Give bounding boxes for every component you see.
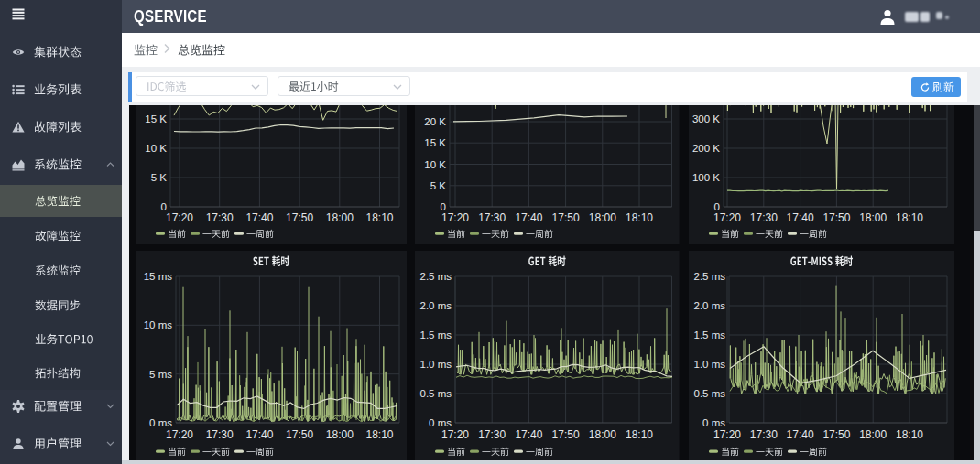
svg-text:10 ms: 10 ms [143,319,172,330]
svg-text:2.0 ms: 2.0 ms [693,300,725,311]
svg-text:0.5 ms: 0.5 ms [693,388,725,399]
svg-text:2.5 ms: 2.5 ms [419,271,452,282]
svg-text:18:00: 18:00 [859,211,887,224]
svg-text:10 K: 10 K [424,159,446,170]
svg-text:17:30: 17:30 [750,211,778,224]
svg-text:18:10: 18:10 [365,428,393,441]
svg-text:5 K: 5 K [150,172,167,183]
svg-text:2.0 ms: 2.0 ms [419,300,452,311]
svg-text:5 ms: 5 ms [149,369,172,380]
svg-text:1.0 ms: 1.0 ms [419,359,452,370]
svg-text:1.0 ms: 1.0 ms [693,359,725,370]
svg-text:17:40: 17:40 [787,211,814,224]
svg-text:17:50: 17:50 [822,211,850,224]
svg-text:17:40: 17:40 [515,211,542,224]
svg-text:18:00: 18:00 [325,428,353,441]
svg-text:18:10: 18:10 [896,211,923,224]
svg-text:18:10: 18:10 [626,428,653,441]
svg-text:17:30: 17:30 [750,428,778,441]
svg-text:18:10: 18:10 [626,211,653,224]
svg-text:18:10: 18:10 [365,211,393,224]
svg-text:15 K: 15 K [145,113,167,124]
svg-text:5 K: 5 K [430,180,447,191]
svg-text:1.5 ms: 1.5 ms [693,329,725,340]
svg-text:18:00: 18:00 [325,211,353,224]
svg-text:17:50: 17:50 [286,211,313,224]
svg-text:300 K: 300 K [692,113,720,124]
svg-text:17:20: 17:20 [441,428,469,441]
svg-text:18:00: 18:00 [589,211,616,224]
svg-text:17:20: 17:20 [713,211,741,224]
svg-text:17:30: 17:30 [478,211,506,224]
svg-text:17:40: 17:40 [515,428,542,441]
svg-text:17:20: 17:20 [713,428,741,441]
svg-text:18:10: 18:10 [896,428,923,441]
svg-text:17:50: 17:50 [552,211,580,224]
svg-text:18:00: 18:00 [589,428,616,441]
svg-text:200 K: 200 K [692,143,720,154]
svg-text:18:00: 18:00 [859,428,887,441]
svg-text:17:50: 17:50 [822,428,850,441]
svg-text:17:30: 17:30 [478,428,506,441]
svg-text:0 ms: 0 ms [149,417,172,428]
svg-text:17:40: 17:40 [245,211,273,224]
svg-text:10 K: 10 K [145,143,167,154]
svg-text:17:40: 17:40 [787,428,814,441]
svg-text:2.5 ms: 2.5 ms [693,271,725,282]
svg-text:17:30: 17:30 [205,211,233,224]
svg-text:15 K: 15 K [424,137,446,148]
svg-text:17:20: 17:20 [441,211,469,224]
svg-text:1.5 ms: 1.5 ms [419,329,452,340]
svg-text:0.5 ms: 0.5 ms [419,388,452,399]
svg-text:17:50: 17:50 [552,428,580,441]
svg-text:17:50: 17:50 [286,428,313,441]
svg-text:17:40: 17:40 [245,428,273,441]
svg-text:0 ms: 0 ms [429,417,452,428]
svg-text:20 K: 20 K [424,116,446,127]
svg-text:15 ms: 15 ms [143,271,172,282]
svg-text:17:20: 17:20 [165,211,192,224]
svg-text:100 K: 100 K [692,172,720,183]
svg-text:17:30: 17:30 [205,428,233,441]
svg-text:17:20: 17:20 [165,428,192,441]
svg-text:0 ms: 0 ms [702,417,725,428]
